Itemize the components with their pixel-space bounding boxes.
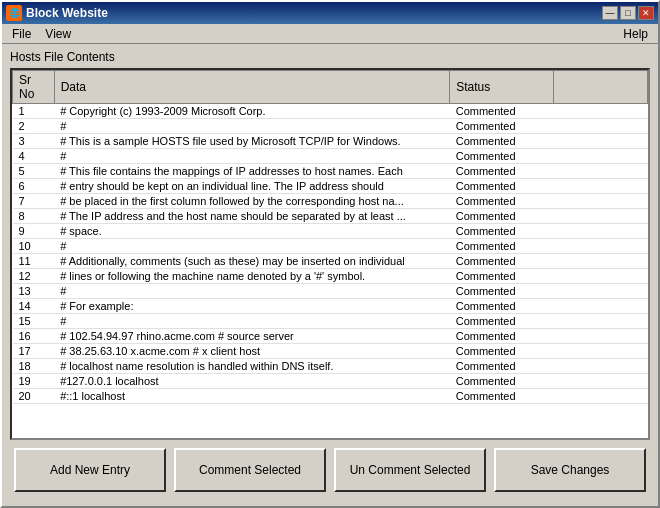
cell-srno: 17 xyxy=(13,344,55,359)
cell-data: # xyxy=(54,239,450,254)
cell-data: # This is a sample HOSTS file used by Mi… xyxy=(54,134,450,149)
table-row[interactable]: 19#127.0.0.1 localhostCommented xyxy=(13,374,648,389)
cell-status: Commented xyxy=(450,314,554,329)
cell-data: # entry should be kept on an individual … xyxy=(54,179,450,194)
table-row[interactable]: 18# localhost name resolution is handled… xyxy=(13,359,648,374)
add-new-entry-button[interactable]: Add New Entry xyxy=(14,448,166,492)
cell-srno: 12 xyxy=(13,269,55,284)
cell-status: Commented xyxy=(450,224,554,239)
cell-data: # xyxy=(54,149,450,164)
cell-srno: 5 xyxy=(13,164,55,179)
table-row[interactable]: 13#Commented xyxy=(13,284,648,299)
un-comment-selected-button[interactable]: Un Comment Selected xyxy=(334,448,486,492)
table-row[interactable]: 5# This file contains the mappings of IP… xyxy=(13,164,648,179)
hosts-table: Sr No Data Status 1# Copyright (c) 1993-… xyxy=(12,70,648,404)
menu-view[interactable]: View xyxy=(39,26,77,42)
cell-status: Commented xyxy=(450,179,554,194)
cell-extra xyxy=(554,179,648,194)
cell-status: Commented xyxy=(450,344,554,359)
cell-data: # 38.25.63.10 x.acme.com # x client host xyxy=(54,344,450,359)
cell-srno: 3 xyxy=(13,134,55,149)
title-bar-left: 🌐 Block Website xyxy=(6,5,108,21)
cell-data: # This file contains the mappings of IP … xyxy=(54,164,450,179)
table-row[interactable]: 17# 38.25.63.10 x.acme.com # x client ho… xyxy=(13,344,648,359)
cell-srno: 18 xyxy=(13,359,55,374)
cell-extra xyxy=(554,209,648,224)
cell-srno: 1 xyxy=(13,104,55,119)
cell-srno: 19 xyxy=(13,374,55,389)
table-row[interactable]: 10#Commented xyxy=(13,239,648,254)
cell-extra xyxy=(554,269,648,284)
table-row[interactable]: 8# The IP address and the host name shou… xyxy=(13,209,648,224)
cell-data: # localhost name resolution is handled w… xyxy=(54,359,450,374)
cell-srno: 8 xyxy=(13,209,55,224)
cell-data: #127.0.0.1 localhost xyxy=(54,374,450,389)
cell-data: # xyxy=(54,119,450,134)
table-body: 1# Copyright (c) 1993-2009 Microsoft Cor… xyxy=(13,104,648,404)
cell-extra xyxy=(554,254,648,269)
header-data: Data xyxy=(54,71,450,104)
hosts-table-container[interactable]: Sr No Data Status 1# Copyright (c) 1993-… xyxy=(10,68,650,440)
table-row[interactable]: 15#Commented xyxy=(13,314,648,329)
table-row[interactable]: 14# For example:Commented xyxy=(13,299,648,314)
table-row[interactable]: 6# entry should be kept on an individual… xyxy=(13,179,648,194)
menu-file[interactable]: File xyxy=(6,26,37,42)
button-bar: Add New Entry Comment Selected Un Commen… xyxy=(10,440,650,500)
cell-status: Commented xyxy=(450,284,554,299)
section-label: Hosts File Contents xyxy=(10,50,650,64)
cell-srno: 10 xyxy=(13,239,55,254)
cell-data: # The IP address and the host name shoul… xyxy=(54,209,450,224)
header-extra xyxy=(554,71,648,104)
cell-srno: 7 xyxy=(13,194,55,209)
cell-status: Commented xyxy=(450,329,554,344)
save-changes-button[interactable]: Save Changes xyxy=(494,448,646,492)
cell-data: # xyxy=(54,284,450,299)
cell-extra xyxy=(554,389,648,404)
app-icon: 🌐 xyxy=(6,5,22,21)
cell-extra xyxy=(554,344,648,359)
cell-extra xyxy=(554,299,648,314)
menu-help[interactable]: Help xyxy=(617,26,654,42)
cell-extra xyxy=(554,104,648,119)
cell-extra xyxy=(554,224,648,239)
cell-srno: 2 xyxy=(13,119,55,134)
menu-left: File View xyxy=(6,26,77,42)
cell-extra xyxy=(554,164,648,179)
cell-srno: 9 xyxy=(13,224,55,239)
cell-data: # Additionally, comments (such as these)… xyxy=(54,254,450,269)
cell-srno: 15 xyxy=(13,314,55,329)
cell-extra xyxy=(554,374,648,389)
table-row[interactable]: 3# This is a sample HOSTS file used by M… xyxy=(13,134,648,149)
table-row[interactable]: 16# 102.54.94.97 rhino.acme.com # source… xyxy=(13,329,648,344)
cell-data: # Copyright (c) 1993-2009 Microsoft Corp… xyxy=(54,104,450,119)
cell-status: Commented xyxy=(450,269,554,284)
cell-extra xyxy=(554,359,648,374)
cell-srno: 11 xyxy=(13,254,55,269)
cell-srno: 14 xyxy=(13,299,55,314)
table-row[interactable]: 9# space.Commented xyxy=(13,224,648,239)
table-row[interactable]: 1# Copyright (c) 1993-2009 Microsoft Cor… xyxy=(13,104,648,119)
cell-status: Commented xyxy=(450,104,554,119)
table-row[interactable]: 11# Additionally, comments (such as thes… xyxy=(13,254,648,269)
cell-extra xyxy=(554,194,648,209)
table-row[interactable]: 7# be placed in the first column followe… xyxy=(13,194,648,209)
cell-status: Commented xyxy=(450,374,554,389)
cell-extra xyxy=(554,239,648,254)
cell-extra xyxy=(554,329,648,344)
cell-status: Commented xyxy=(450,209,554,224)
table-row[interactable]: 2#Commented xyxy=(13,119,648,134)
table-header-row: Sr No Data Status xyxy=(13,71,648,104)
restore-button[interactable]: □ xyxy=(620,6,636,20)
minimize-button[interactable]: — xyxy=(602,6,618,20)
cell-srno: 6 xyxy=(13,179,55,194)
window-title: Block Website xyxy=(26,6,108,20)
table-row[interactable]: 20#::1 localhostCommented xyxy=(13,389,648,404)
cell-srno: 13 xyxy=(13,284,55,299)
close-button[interactable]: ✕ xyxy=(638,6,654,20)
cell-status: Commented xyxy=(450,239,554,254)
comment-selected-button[interactable]: Comment Selected xyxy=(174,448,326,492)
table-row[interactable]: 12# lines or following the machine name … xyxy=(13,269,648,284)
table-row[interactable]: 4#Commented xyxy=(13,149,648,164)
cell-status: Commented xyxy=(450,299,554,314)
cell-data: # lines or following the machine name de… xyxy=(54,269,450,284)
